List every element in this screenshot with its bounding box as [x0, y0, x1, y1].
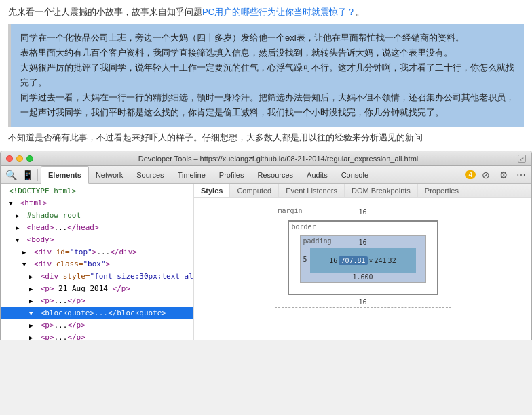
content-right-value: 32	[388, 257, 396, 264]
content-height-value: 241	[375, 257, 387, 264]
zhihu-link[interactable]: PC用户的哪些行为让你当时就震惊了？	[202, 7, 356, 17]
blockquote-line-2: 表格里面大约有几百个客户资料，我同学直接筛选填入信息，然后没找到，就转头告诉大妈…	[20, 45, 514, 60]
margin-box: margin 16 border padding 16 5	[275, 205, 451, 308]
panel-tab-dom-breakpoints[interactable]: DOM Breakpoints	[345, 184, 418, 197]
blockquote-line-3: 大妈很严厉的批评了我同学，说年轻人干工作一定要沉的住气，心浮气躁可不行。这才几分…	[20, 60, 514, 90]
tree-blockquote[interactable]: <blockquote>...</blockquote>	[1, 307, 193, 319]
panel-tab-computed[interactable]: Computed	[230, 184, 279, 197]
page-content: 先来看一个让人震撼的小故事，故事来自知乎问题PC用户的哪些行为让你当时就震惊了？…	[0, 0, 532, 151]
tab-resources[interactable]: Resources	[250, 166, 300, 184]
margin-label: margin	[278, 207, 303, 214]
p2-arrow	[29, 320, 36, 331]
tree-doctype[interactable]: <!DOCTYPE html>	[1, 185, 193, 197]
content-box: 16 707.81 × 241 32	[310, 248, 416, 273]
tree-p-1[interactable]: <p>...</p>	[1, 295, 193, 307]
box-model: margin 16 border padding 16 5	[275, 205, 451, 308]
tab-elements[interactable]: Elements	[41, 166, 89, 184]
window-controls	[6, 155, 33, 162]
tab-timeline[interactable]: Timeline	[171, 166, 212, 184]
tab-profiles[interactable]: Profiles	[212, 166, 251, 184]
search-icon[interactable]: 🔍	[3, 167, 18, 182]
margin-bottom-value: 16	[358, 298, 366, 306]
div-box-arrow	[22, 259, 29, 270]
close-button[interactable]	[6, 155, 13, 162]
tab-audits[interactable]: Audits	[300, 166, 335, 184]
elements-tree: <!DOCTYPE html> <html> #shadow-root <hea…	[1, 184, 193, 340]
body-arrow	[16, 235, 22, 245]
devtools-tabs: Elements Network Sources Timeline Profil…	[41, 166, 375, 184]
styles-panel: Styles Computed Event Listeners DOM Brea…	[194, 184, 531, 340]
tree-div-box[interactable]: <div class="box">	[1, 258, 193, 271]
intro-text: 先来看一个让人震撼的小故事，故事来自知乎问题	[8, 7, 202, 17]
padding-top-value: 16	[358, 239, 366, 246]
left-padding-value: 5	[303, 256, 307, 263]
p-date-arrow	[29, 283, 36, 294]
content-width-value: 707.81	[339, 256, 367, 265]
devtools-titlebar: Developer Tools – https://xuelangzf.gith…	[1, 151, 531, 166]
blockquote-line-1: 同学在一个化妆品公司上班，旁边一个大妈（四十多岁）发给他一个exl表，让他在里面…	[20, 31, 514, 45]
expand-button[interactable]: ⤢	[518, 155, 526, 163]
panel-tab-properties[interactable]: Properties	[418, 184, 466, 197]
tree-p-date[interactable]: <p> 21 Aug 2014 </p>	[1, 283, 193, 295]
blockquote-arrow	[29, 308, 36, 319]
console-icon[interactable]: ⊘	[478, 167, 493, 182]
devtools-body: <!DOCTYPE html> <html> #shadow-root <hea…	[1, 184, 531, 340]
settings-icon[interactable]: ⚙	[496, 167, 511, 182]
div-top-arrow	[22, 247, 29, 258]
content-times: ×	[369, 257, 373, 264]
tree-p-3[interactable]: <p>...</p>	[1, 332, 193, 340]
content-left-value: 16	[329, 257, 337, 264]
tree-div-top[interactable]: <div id="top">...</div>	[1, 246, 193, 258]
tree-head[interactable]: <head>...</head>	[1, 222, 193, 234]
p3-arrow	[29, 332, 36, 340]
toolbar-separator	[37, 169, 38, 181]
error-badge: 4	[465, 170, 476, 179]
devtools-window: Developer Tools – https://xuelangzf.gith…	[0, 151, 532, 340]
mobile-icon[interactable]: 📱	[20, 167, 35, 182]
padding-bottom-value: 1.600	[352, 273, 373, 281]
margin-top-value: 16	[358, 208, 366, 216]
devtools-toolbar: 🔍 📱 Elements Network Sources Timeline Pr…	[1, 166, 531, 184]
window-title: Developer Tools – https://xuelangzf.gith…	[39, 155, 518, 163]
padding-label: padding	[303, 237, 332, 245]
second-paragraph: 不知道是否确有此事，不过看起来好吓人的样子。仔细想想，大多数人都是用以往的经验来…	[8, 131, 524, 145]
padding-box: padding 16 5 16 707.81 × 241 32	[300, 235, 426, 283]
elements-panel: <!DOCTYPE html> <html> #shadow-root <hea…	[1, 184, 194, 340]
tab-sources[interactable]: Sources	[130, 166, 170, 184]
tree-shadow-root[interactable]: #shadow-root	[1, 210, 193, 222]
box-model-area: margin 16 border padding 16 5	[194, 198, 531, 315]
tab-console[interactable]: Console	[335, 166, 375, 184]
html-arrow	[9, 198, 16, 209]
tree-html[interactable]: <html>	[1, 197, 193, 210]
panel-tabs: Styles Computed Event Listeners DOM Brea…	[194, 184, 531, 198]
p1-arrow	[29, 296, 36, 307]
shadow-arrow	[16, 210, 22, 221]
minimize-button[interactable]	[16, 155, 23, 162]
maximize-button[interactable]	[26, 155, 33, 162]
intro-end: 。	[356, 7, 364, 17]
toolbar-right: 4 ⊘ ⚙ ⋯	[465, 167, 529, 182]
tab-network[interactable]: Network	[89, 166, 130, 184]
border-label: border	[292, 223, 316, 231]
doctype-text: <!DOCTYPE html>	[9, 186, 76, 195]
tree-div-style[interactable]: <div style="font-size:30px;text-al... ce…	[1, 271, 193, 283]
head-arrow	[16, 222, 22, 233]
tree-body[interactable]: <body>	[1, 234, 193, 246]
div-style-arrow	[29, 271, 36, 282]
more-icon[interactable]: ⋯	[514, 167, 529, 182]
blockquote-line-4: 同学过去一看，大妈在一行一行的精挑细选，顿时一身冷汗。把筛选办法告知后，大妈不但…	[20, 90, 514, 120]
panel-tab-styles[interactable]: Styles	[194, 184, 230, 197]
tree-p-2[interactable]: <p>...</p>	[1, 319, 193, 332]
blockquote: 同学在一个化妆品公司上班，旁边一个大妈（四十多岁）发给他一个exl表，让他在里面…	[8, 24, 524, 127]
panel-tab-event-listeners[interactable]: Event Listeners	[279, 184, 345, 197]
border-box: border padding 16 5 16 707.81 ×	[288, 220, 438, 295]
